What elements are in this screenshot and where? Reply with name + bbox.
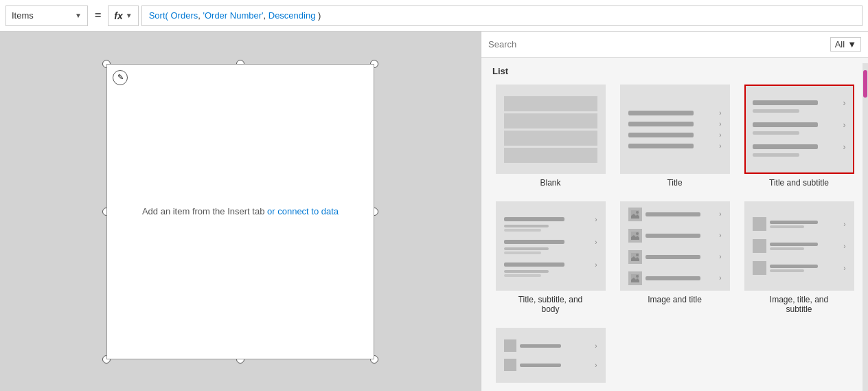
its-main-1 [770, 221, 818, 224]
its-row-1-content [753, 217, 818, 231]
svg-point-5 [636, 254, 639, 256]
template-title-subtitle[interactable]: › › [741, 85, 857, 188]
title-bar-4 [628, 144, 694, 148]
it-row-2-content [628, 229, 700, 243]
it-row-1-content [628, 208, 700, 221]
template-blank[interactable]: Blank [492, 85, 608, 188]
title-subtitle-preview-rows: › › [753, 98, 846, 161]
template-preview-its: › › [744, 201, 854, 291]
template-image-title[interactable]: › › [617, 201, 733, 314]
it-img-4 [628, 271, 642, 285]
ts-bar-sub-3 [753, 153, 799, 157]
title-bar-3 [628, 133, 694, 137]
fx-icon: fx [114, 10, 122, 21]
formula-order: Descending [266, 10, 315, 21]
ts-row-3: › [753, 142, 846, 157]
its-arrow-2: › [843, 243, 845, 250]
fx-dropdown-arrow: ▼ [126, 12, 133, 19]
template-extra-1[interactable]: › › [492, 328, 608, 387]
formula-func: Sort( [149, 10, 168, 21]
tsb-arrow-1: › [595, 216, 597, 223]
svg-point-7 [636, 275, 639, 278]
template-image-title-subtitle[interactable]: › › [741, 201, 857, 314]
search-bar: All ▼ [481, 32, 868, 58]
blank-row-1 [504, 96, 597, 111]
ts-row-1-inner: › [753, 98, 846, 108]
it-img-3 [628, 250, 642, 264]
tsb-body-1 [504, 229, 541, 232]
scrollbar-thumb[interactable] [863, 70, 867, 98]
search-input[interactable] [488, 39, 825, 49]
fx-button[interactable]: fx ▼ [108, 5, 138, 26]
its-arrow-1: › [843, 221, 845, 228]
tsb-arrow-3: › [595, 261, 597, 269]
formula-close: ) [315, 10, 321, 21]
blank-row-4 [504, 148, 597, 163]
its-text-2 [770, 243, 818, 250]
items-label: Items [12, 10, 71, 21]
its-sub-1 [770, 225, 804, 228]
tsb-row-2: › [504, 238, 597, 254]
tsb-body-2 [504, 252, 541, 254]
template-title[interactable]: › › › › [617, 85, 733, 188]
ts-bar-main-2 [753, 122, 818, 127]
it-bar-1 [646, 212, 700, 216]
ts-bar-sub-1 [753, 109, 799, 113]
extra-arrow-2: › [595, 361, 597, 369]
items-dropdown-arrow: ▼ [75, 12, 82, 19]
equals-sign: = [91, 10, 105, 22]
filter-label: All [835, 39, 845, 49]
extra-img-2 [504, 359, 516, 371]
title-row-1: › [628, 109, 722, 117]
blank-row-3 [504, 131, 597, 146]
template-preview-blank [496, 85, 606, 174]
its-text-3 [770, 265, 818, 272]
extra-bar-1 [520, 344, 561, 348]
title-bar-1 [628, 111, 694, 115]
ts-row-2-inner: › [753, 120, 846, 130]
tsb-row-1-inner: › [504, 216, 597, 223]
template-label-title-subtitle: Title and subtitle [769, 178, 829, 188]
its-sub-3 [770, 269, 804, 272]
template-preview-title: › › › › [620, 85, 730, 174]
filter-dropdown[interactable]: All ▼ [830, 37, 861, 52]
it-arrow-1: › [719, 210, 721, 218]
template-label-blank: Blank [540, 178, 560, 188]
canvas-connect-link[interactable]: or connect to data [267, 206, 339, 216]
svg-point-3 [636, 232, 639, 235]
canvas-frame: ✎ Add an item from the Insert tab or con… [106, 64, 374, 359]
title-preview-rows: › › › › [628, 109, 722, 150]
svg-point-1 [636, 211, 639, 214]
it-row-3-content [628, 250, 700, 264]
scrollbar-track[interactable] [863, 63, 868, 391]
blank-preview-rows [504, 96, 597, 163]
title-arrow-2: › [719, 120, 721, 128]
it-row-2: › [628, 229, 722, 243]
canvas-area: ✎ Add an item from the Insert tab or con… [0, 32, 481, 391]
it-row-4: › [628, 271, 722, 285]
toolbar: Items ▼ = fx ▼ Sort( Orders, 'Order Numb… [0, 0, 868, 32]
tsb-main-1 [504, 217, 564, 221]
template-label-title: Title [667, 178, 682, 188]
it-bar-4 [646, 276, 700, 280]
its-preview-rows: › › [753, 217, 846, 275]
formula-text: Sort( Orders, 'Order Number', Descending… [149, 10, 321, 21]
tsb-main-2 [504, 240, 564, 244]
canvas-placeholder-text: Add an item from the Insert tab [142, 206, 264, 216]
edit-icon[interactable]: ✎ [113, 70, 128, 85]
formula-bar[interactable]: Sort( Orders, 'Order Number', Descending… [141, 5, 863, 26]
it-img-2 [628, 229, 642, 243]
it-arrow-2: › [719, 232, 721, 239]
panel-content: List Blank [481, 58, 868, 391]
it-row-1: › [628, 208, 722, 221]
ts-bar-sub-2 [753, 131, 799, 135]
formula-table: Orders [168, 10, 198, 21]
items-dropdown[interactable]: Items ▼ [5, 5, 88, 26]
its-row-3: › [753, 261, 846, 275]
its-sub-2 [770, 247, 804, 250]
its-text-1 [770, 221, 818, 228]
its-img-2 [753, 239, 766, 253]
template-title-subtitle-body[interactable]: › › [492, 201, 608, 314]
title-arrow-1: › [719, 109, 721, 117]
tsb-body-3 [504, 274, 541, 277]
